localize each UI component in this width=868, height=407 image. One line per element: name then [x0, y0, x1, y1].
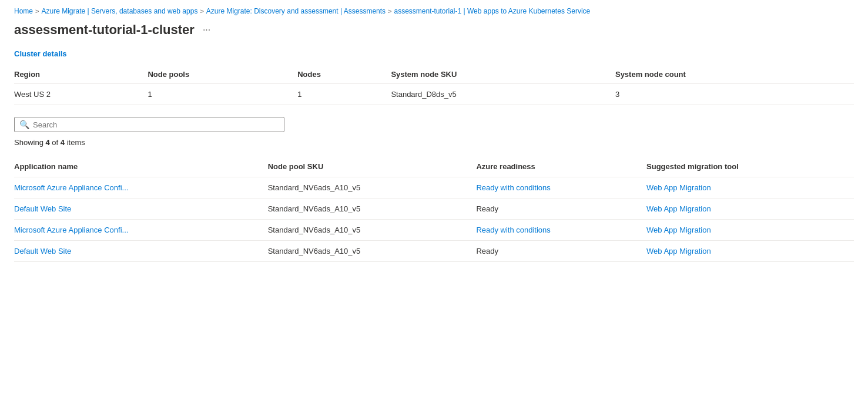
cluster-details-table: Region Node pools Nodes System node SKU … — [14, 65, 854, 105]
breadcrumb-assessments[interactable]: Azure Migrate: Discovery and assessment … — [206, 7, 386, 15]
search-box[interactable]: 🔍 — [14, 117, 284, 132]
items-count: Showing 4 of 4 items — [14, 138, 854, 147]
search-input[interactable] — [33, 120, 279, 129]
app-name-link[interactable]: Default Web Site — [14, 204, 71, 213]
cell-migration-tool: Web App Migration — [646, 220, 854, 241]
migration-tool-link[interactable]: Web App Migration — [646, 183, 711, 192]
breadcrumb-migrate[interactable]: Azure Migrate | Servers, databases and w… — [41, 7, 197, 15]
cell-app-name: Default Web Site — [14, 199, 268, 220]
cell-node-pool-sku: Standard_NV6ads_A10_v5 — [268, 177, 477, 199]
apps-col-sku: Node pool SKU — [268, 156, 477, 177]
readiness-link[interactable]: Ready with conditions — [476, 226, 550, 234]
app-name-link[interactable]: Default Web Site — [14, 247, 71, 255]
cell-node-pool-sku: Standard_NV6ads_A10_v5 — [268, 199, 477, 220]
breadcrumb-tutorial[interactable]: assessment-tutorial-1 | Web apps to Azur… — [394, 7, 591, 15]
app-name-link[interactable]: Microsoft Azure Appliance Confi... — [14, 226, 128, 234]
col-nodes: Nodes — [297, 65, 391, 84]
apps-table: Application name Node pool SKU Azure rea… — [14, 156, 854, 262]
table-row: Microsoft Azure Appliance Confi...Standa… — [14, 177, 854, 199]
migration-tool-link[interactable]: Web App Migration — [646, 204, 711, 213]
ellipsis-button[interactable]: ··· — [199, 23, 214, 36]
cell-migration-tool: Web App Migration — [646, 199, 854, 220]
breadcrumb-sep-3: > — [388, 8, 391, 15]
cell-node-pools: 1 — [148, 84, 297, 105]
cell-node-pool-sku: Standard_NV6ads_A10_v5 — [268, 220, 477, 241]
apps-col-name: Application name — [14, 156, 268, 177]
cell-app-name: Microsoft Azure Appliance Confi... — [14, 220, 268, 241]
cell-azure-readiness: Ready — [476, 241, 646, 262]
cell-azure-readiness: Ready — [476, 199, 646, 220]
cluster-details-label[interactable]: Cluster details — [14, 49, 854, 58]
col-system-node-count: System node count — [615, 65, 854, 84]
table-row: Default Web SiteStandard_NV6ads_A10_v5Re… — [14, 199, 854, 220]
col-region: Region — [14, 65, 148, 84]
page-title: assessment-tutorial-1-cluster — [14, 22, 195, 38]
table-row: Microsoft Azure Appliance Confi...Standa… — [14, 220, 854, 241]
col-node-pools: Node pools — [148, 65, 297, 84]
cell-region: West US 2 — [14, 84, 148, 105]
cell-node-pool-sku: Standard_NV6ads_A10_v5 — [268, 241, 477, 262]
cell-system-node-count: 3 — [615, 84, 854, 105]
cell-azure-readiness: Ready with conditions — [476, 177, 646, 199]
cell-migration-tool: Web App Migration — [646, 241, 854, 262]
apps-col-readiness: Azure readiness — [476, 156, 646, 177]
search-icon: 🔍 — [19, 120, 29, 129]
col-system-node-sku: System node SKU — [391, 65, 615, 84]
breadcrumb: Home > Azure Migrate | Servers, database… — [14, 7, 854, 15]
page-title-row: assessment-tutorial-1-cluster ··· — [14, 22, 854, 38]
readiness-link[interactable]: Ready with conditions — [476, 183, 550, 192]
table-row: Default Web SiteStandard_NV6ads_A10_v5Re… — [14, 241, 854, 262]
breadcrumb-sep-1: > — [35, 8, 39, 15]
cell-azure-readiness: Ready with conditions — [476, 220, 646, 241]
breadcrumb-home[interactable]: Home — [14, 7, 33, 15]
migration-tool-link[interactable]: Web App Migration — [646, 247, 711, 255]
cell-system-node-sku: Standard_D8ds_v5 — [391, 84, 615, 105]
breadcrumb-sep-2: > — [200, 8, 203, 15]
cell-migration-tool: Web App Migration — [646, 177, 854, 199]
cell-nodes: 1 — [297, 84, 391, 105]
cell-app-name: Default Web Site — [14, 241, 268, 262]
page-container: Home > Azure Migrate | Servers, database… — [0, 0, 868, 276]
migration-tool-link[interactable]: Web App Migration — [646, 226, 711, 234]
app-name-link[interactable]: Microsoft Azure Appliance Confi... — [14, 183, 128, 192]
apps-col-migration: Suggested migration tool — [646, 156, 854, 177]
cluster-data-row: West US 2 1 1 Standard_D8ds_v5 3 — [14, 84, 854, 105]
cell-app-name: Microsoft Azure Appliance Confi... — [14, 177, 268, 199]
